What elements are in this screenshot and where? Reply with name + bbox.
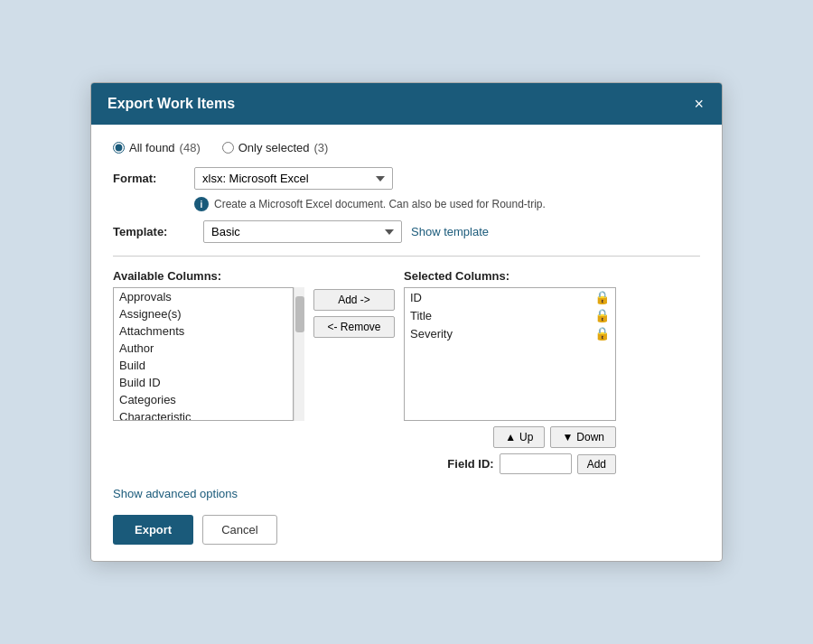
list-item[interactable]: ID 🔒: [405, 288, 615, 306]
divider: [113, 256, 700, 257]
list-item[interactable]: Severity 🔒: [405, 324, 615, 342]
available-columns-label: Available Columns:: [113, 269, 304, 283]
available-scrollbar-thumb: [295, 296, 304, 332]
field-id-label: Field ID:: [447, 457, 493, 471]
info-icon: i: [194, 197, 209, 211]
dialog-header: Export Work Items ×: [91, 83, 722, 125]
all-found-radio[interactable]: [113, 142, 125, 154]
only-selected-radio[interactable]: [222, 142, 234, 154]
field-id-row: Field ID: Add: [404, 453, 616, 474]
selected-columns-listbox[interactable]: ID 🔒 Title 🔒 Severity 🔒: [404, 287, 616, 421]
export-dialog: Export Work Items × All found (48) Only …: [90, 82, 723, 562]
only-selected-count: (3): [313, 141, 328, 154]
scope-radio-group: All found (48) Only selected (3): [113, 141, 700, 154]
down-arrow-icon: ▼: [562, 431, 573, 443]
cancel-button[interactable]: Cancel: [202, 515, 276, 545]
add-field-button[interactable]: Add: [577, 454, 616, 474]
lock-icon: 🔒: [594, 308, 610, 322]
dialog-title: Export Work Items: [107, 96, 235, 112]
available-columns-listbox[interactable]: Approvals Assignee(s) Attachments Author…: [113, 287, 294, 421]
format-info-row: i Create a Microsoft Excel document. Can…: [194, 197, 700, 211]
format-label: Format:: [113, 172, 194, 185]
format-info-text: Create a Microsoft Excel document. Can a…: [214, 198, 546, 210]
selected-columns-panel: Selected Columns: ID 🔒 Title 🔒 Severity …: [404, 269, 616, 474]
list-item[interactable]: Approvals: [114, 288, 293, 305]
up-button[interactable]: ▲ Up: [493, 426, 545, 448]
dialog-body: All found (48) Only selected (3) Format:…: [91, 125, 722, 561]
lock-icon: 🔒: [594, 290, 610, 304]
list-item[interactable]: Categories: [114, 391, 293, 408]
list-item[interactable]: Author: [114, 340, 293, 357]
list-item[interactable]: Build: [114, 357, 293, 374]
format-select[interactable]: xlsx: Microsoft Excel csv: CSV xml: XML: [194, 167, 393, 190]
updown-buttons: ▲ Up ▼ Down: [404, 426, 616, 448]
template-label: Template:: [113, 225, 194, 238]
transfer-buttons: Add -> <- Remove: [304, 289, 404, 338]
only-selected-label: Only selected: [238, 141, 310, 154]
only-selected-radio-label[interactable]: Only selected (3): [222, 141, 329, 154]
down-button[interactable]: ▼ Down: [550, 426, 616, 448]
add-button[interactable]: Add ->: [313, 289, 395, 311]
list-item[interactable]: Title 🔒: [405, 306, 615, 324]
columns-section: Available Columns: Approvals Assignee(s)…: [113, 269, 700, 474]
show-template-link[interactable]: Show template: [411, 225, 489, 238]
available-columns-panel: Available Columns: Approvals Assignee(s)…: [113, 269, 304, 421]
up-arrow-icon: ▲: [505, 431, 516, 443]
lock-icon: 🔒: [594, 326, 610, 341]
close-button[interactable]: ×: [692, 96, 706, 112]
template-select[interactable]: Basic Advanced: [203, 220, 402, 243]
show-advanced-link[interactable]: Show advanced options: [113, 487, 238, 500]
list-item[interactable]: Build ID: [114, 374, 293, 391]
remove-button[interactable]: <- Remove: [313, 316, 395, 338]
footer-buttons: Export Cancel: [113, 515, 700, 545]
list-item[interactable]: Characteristic: [114, 408, 293, 421]
all-found-label: All found: [129, 141, 175, 154]
list-item[interactable]: Assignee(s): [114, 305, 293, 322]
list-item[interactable]: Attachments: [114, 322, 293, 340]
selected-columns-label: Selected Columns:: [404, 269, 616, 283]
field-id-input[interactable]: [500, 453, 572, 474]
export-button[interactable]: Export: [113, 515, 193, 545]
all-found-radio-label[interactable]: All found (48): [113, 141, 201, 154]
all-found-count: (48): [180, 141, 201, 154]
available-scrollbar[interactable]: [294, 287, 304, 421]
format-row: Format: xlsx: Microsoft Excel csv: CSV x…: [113, 167, 700, 190]
template-row: Template: Basic Advanced Show template: [113, 220, 700, 243]
